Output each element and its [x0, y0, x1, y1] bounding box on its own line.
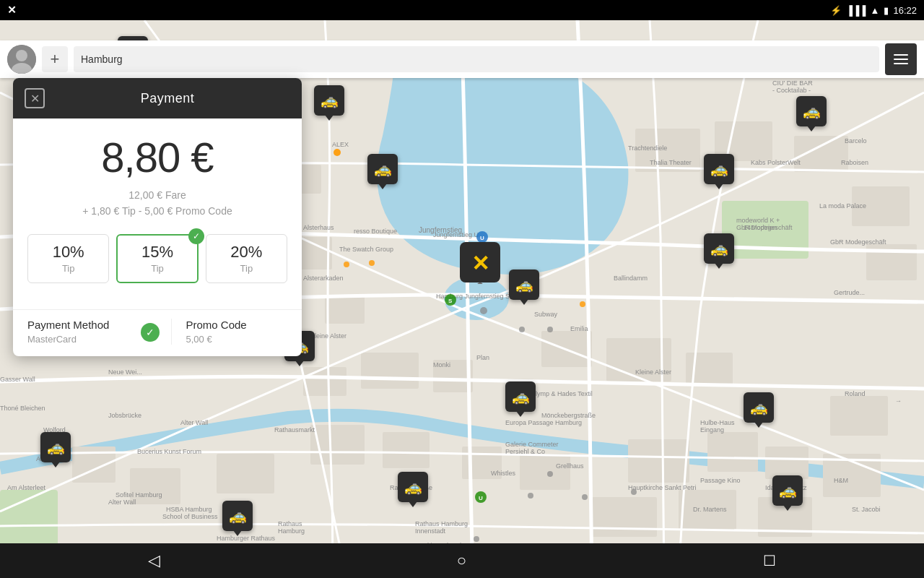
- svg-text:Galerie Commeter: Galerie Commeter: [505, 441, 559, 448]
- tip-20-button[interactable]: 20% Tip: [206, 234, 287, 283]
- tip-15-label: Tip: [151, 263, 164, 274]
- close-button[interactable]: ✕: [25, 88, 45, 108]
- close-app-icon[interactable]: ✕: [7, 4, 17, 17]
- svg-text:Hulbe-Haus: Hulbe-Haus: [700, 419, 735, 426]
- taxi-icon: 🚕: [704, 233, 734, 264]
- svg-text:Mönckebergstraße: Mönckebergstraße: [541, 412, 596, 419]
- svg-text:Thalia Theater: Thalia Theater: [650, 159, 692, 166]
- taxi-icon: 🚕: [222, 501, 253, 531]
- back-button[interactable]: ◁: [148, 551, 160, 570]
- svg-text:GbR Modegeschäft: GbR Modegeschäft: [830, 238, 886, 246]
- svg-text:Kabs PolsterWelt: Kabs PolsterWelt: [751, 159, 801, 166]
- svg-text:Kleine Alster: Kleine Alster: [310, 332, 346, 340]
- svg-rect-19: [130, 468, 180, 504]
- svg-text:Plan: Plan: [476, 354, 489, 361]
- taxi-icon: 🚕: [314, 85, 344, 116]
- home-button[interactable]: ○: [457, 551, 466, 570]
- svg-point-118: [582, 494, 588, 500]
- svg-rect-32: [794, 136, 848, 172]
- svg-text:Roland: Roland: [845, 390, 866, 397]
- payment-header: ✕ Payment: [13, 78, 302, 118]
- svg-text:GbR Modegeschäft: GbR Modegeschäft: [736, 224, 793, 231]
- svg-text:Rathaus Hamburg: Rathaus Hamburg: [415, 520, 468, 527]
- svg-rect-26: [325, 295, 365, 324]
- svg-point-114: [547, 327, 553, 332]
- taxi-icon: 🚕: [398, 472, 428, 502]
- plus-icon: +: [51, 51, 60, 67]
- menu-line: [894, 63, 908, 64]
- svg-text:modeworld K +: modeworld K +: [736, 217, 780, 224]
- svg-text:Subway: Subway: [534, 311, 558, 318]
- svg-point-111: [480, 307, 487, 314]
- payment-method-col[interactable]: Payment Method MasterCard: [27, 319, 129, 345]
- svg-text:Whistles: Whistles: [491, 470, 516, 477]
- divider: [171, 319, 172, 345]
- center-marker: ✕: [458, 241, 502, 284]
- svg-text:Gertrude...: Gertrude...: [834, 289, 865, 296]
- svg-text:U: U: [479, 495, 483, 501]
- svg-text:✕: ✕: [471, 251, 489, 275]
- svg-point-115: [547, 471, 553, 477]
- tip-15-button[interactable]: 15% Tip: [116, 234, 198, 283]
- svg-rect-5: [303, 367, 346, 396]
- svg-rect-17: [765, 447, 808, 479]
- fare-amount: 8,80 €: [27, 133, 287, 181]
- taxi-icon: 🚕: [505, 381, 536, 412]
- payment-method-check: ✓: [141, 319, 160, 345]
- payment-method-value: MasterCard: [27, 334, 129, 345]
- recents-button[interactable]: ☐: [763, 552, 776, 569]
- svg-text:Am Alsterleet: Am Alsterleet: [7, 484, 46, 491]
- tip-20-percent: 20%: [230, 243, 262, 262]
- svg-rect-12: [383, 432, 430, 468]
- tip-10-label: Tip: [62, 263, 75, 274]
- svg-text:Bucerius Kunst Forum: Bucerius Kunst Forum: [137, 448, 201, 455]
- svg-text:School of Business: School of Business: [162, 513, 218, 520]
- tip-10-button[interactable]: 10% Tip: [27, 234, 109, 283]
- svg-text:→: →: [895, 397, 902, 405]
- svg-text:Neue Wei...: Neue Wei...: [108, 368, 142, 376]
- tip-10-percent: 10%: [53, 243, 84, 262]
- svg-text:Rathausmarkt: Rathausmarkt: [274, 426, 315, 434]
- tip-20-wrapper: 20% Tip: [206, 234, 287, 283]
- avatar[interactable]: [7, 45, 36, 74]
- signal-icon: ▐▐▐: [846, 5, 866, 16]
- svg-text:- Cocktailab -: - Cocktailab -: [772, 87, 811, 94]
- svg-text:S: S: [448, 298, 453, 304]
- svg-rect-16: [707, 432, 758, 472]
- svg-text:resso Boutique: resso Boutique: [354, 228, 397, 235]
- add-stop-button[interactable]: +: [42, 46, 68, 72]
- svg-text:Persiehl & Co: Persiehl & Co: [505, 448, 545, 455]
- svg-rect-25: [830, 396, 888, 436]
- payment-panel: ✕ Payment 8,80 € 12,00 € Fare + 1,80 € T…: [13, 78, 302, 356]
- taxi-icon: 🚕: [796, 96, 827, 126]
- payment-title: Payment: [45, 91, 290, 106]
- svg-rect-21: [592, 497, 657, 537]
- taxi-icon: 🚕: [40, 432, 71, 462]
- svg-point-117: [528, 493, 533, 499]
- svg-text:Grellhaus: Grellhaus: [556, 462, 584, 470]
- close-icon: ✕: [30, 92, 40, 105]
- promo-code-label: Promo Code: [186, 319, 288, 331]
- check-icon: ✓: [141, 323, 160, 342]
- menu-button[interactable]: [885, 43, 917, 75]
- top-bar: +: [0, 40, 924, 78]
- svg-point-116: [631, 489, 637, 495]
- svg-text:Barcelo: Barcelo: [845, 137, 867, 144]
- map-container: Jungfernstieg Ballindamm Plan Kleine Als…: [0, 20, 924, 578]
- promo-code-col[interactable]: Promo Code 5,00 €: [186, 319, 288, 345]
- svg-text:Jobsbrücke: Jobsbrücke: [108, 412, 141, 419]
- payment-body: 8,80 € 12,00 € Fare + 1,80 € Tip - 5,00 …: [13, 118, 302, 309]
- svg-text:The Swatch Group: The Swatch Group: [339, 246, 393, 253]
- svg-text:Sofitel Hamburg: Sofitel Hamburg: [116, 491, 162, 499]
- svg-text:Alter Wall: Alter Wall: [108, 499, 136, 506]
- svg-point-119: [474, 536, 479, 542]
- payment-footer: Payment Method MasterCard ✓ Promo Code 5…: [13, 309, 302, 356]
- destination-input[interactable]: [74, 46, 879, 72]
- svg-text:Raboisen: Raboisen: [841, 159, 868, 166]
- svg-text:La moda Palace: La moda Palace: [819, 202, 866, 210]
- tip-10-wrapper: 10% Tip: [27, 234, 109, 283]
- svg-text:HSBA Hamburg: HSBA Hamburg: [166, 506, 212, 513]
- svg-text:Gasser Wall: Gasser Wall: [0, 376, 35, 383]
- svg-rect-18: [217, 454, 274, 493]
- svg-text:Olymp & Hades Textil: Olymp & Hades Textil: [531, 390, 593, 397]
